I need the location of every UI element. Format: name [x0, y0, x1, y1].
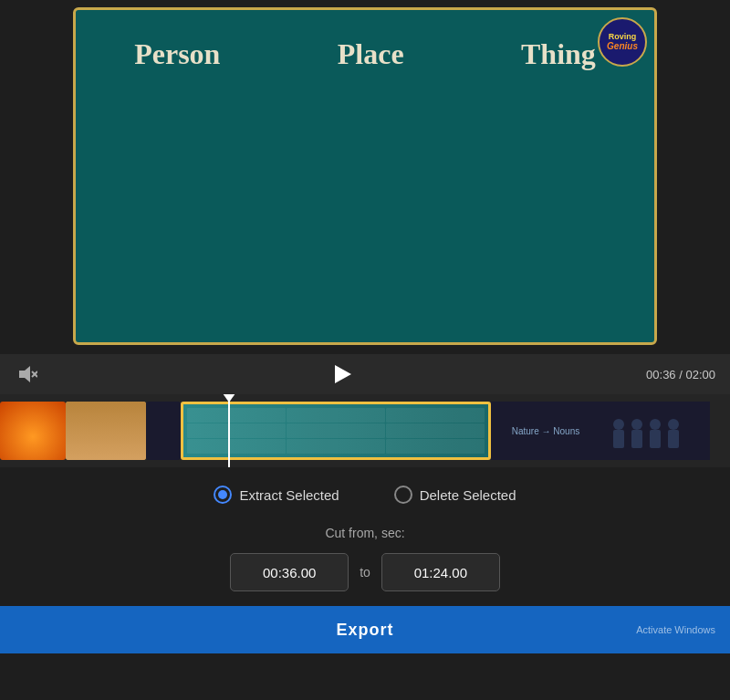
- word-place: Place: [338, 37, 404, 71]
- mini-cell-4: [187, 423, 286, 438]
- playhead: [228, 394, 230, 467]
- options-row: Extract Selected Delete Selected: [0, 467, 730, 518]
- thumb-silhouettes: [600, 402, 692, 460]
- mini-cell-5: [287, 423, 385, 438]
- from-time-input[interactable]: [230, 553, 349, 591]
- controls-bar: 00:36 / 02:00: [0, 354, 730, 394]
- svg-point-5: [631, 419, 642, 430]
- mute-button[interactable]: [15, 361, 40, 387]
- playhead-triangle: [223, 394, 235, 402]
- svg-rect-10: [668, 430, 679, 448]
- extract-radio-circle[interactable]: [214, 486, 232, 504]
- svg-rect-4: [613, 430, 624, 448]
- thumb-end: [692, 402, 710, 460]
- thumb-2-inner: [66, 402, 146, 460]
- time-sep: /: [676, 368, 686, 381]
- delete-radio-circle[interactable]: [394, 486, 412, 504]
- delete-option[interactable]: Delete Selected: [394, 486, 516, 504]
- activate-windows-text: Activate Windows: [636, 624, 715, 635]
- thumb-gap: [146, 402, 181, 460]
- svg-point-9: [668, 419, 679, 430]
- video-frame: Person Place Thing Roving Genius: [73, 7, 657, 345]
- mini-cell-3: [386, 408, 485, 423]
- total-time: 02:00: [685, 368, 715, 381]
- thumb-1: [0, 402, 66, 460]
- word-thing: Thing: [521, 37, 596, 71]
- logo-line2: Genius: [607, 41, 638, 51]
- cut-section: Cut from, sec: to: [0, 518, 730, 606]
- time-display: 00:36 / 02:00: [646, 368, 715, 381]
- svg-rect-8: [650, 430, 661, 448]
- mini-cell-6: [386, 423, 485, 438]
- time-inputs: to: [230, 553, 500, 591]
- thumb-arrows: Nature → Nouns: [491, 402, 600, 460]
- export-bar[interactable]: Export Activate Windows: [0, 606, 730, 653]
- timeline-track: Nature → Nouns: [0, 394, 730, 467]
- svg-rect-6: [631, 430, 642, 448]
- video-container: Person Place Thing Roving Genius: [0, 0, 730, 354]
- to-separator: to: [360, 565, 370, 580]
- mini-cell-2: [287, 408, 385, 423]
- arrows-text: Nature → Nouns: [512, 426, 579, 436]
- thumb-2: [66, 402, 146, 460]
- extract-option[interactable]: Extract Selected: [214, 486, 339, 504]
- play-button[interactable]: [51, 358, 635, 391]
- mini-cell-7: [187, 439, 286, 454]
- mini-cell-8: [287, 439, 385, 454]
- play-icon: [335, 365, 351, 383]
- logo-line1: Roving: [609, 33, 637, 42]
- to-time-input[interactable]: [381, 553, 500, 591]
- extract-label: Extract Selected: [239, 487, 339, 503]
- mini-cell-1: [187, 408, 286, 423]
- logo-badge: Roving Genius: [598, 17, 647, 67]
- export-label: Export: [336, 621, 393, 640]
- clip-grid: [187, 408, 485, 454]
- cut-label: Cut from, sec:: [325, 526, 404, 540]
- extract-radio-dot: [218, 490, 227, 499]
- timeline-area[interactable]: Nature → Nouns: [0, 394, 730, 467]
- delete-label: Delete Selected: [420, 487, 516, 503]
- mini-cell-9: [386, 439, 485, 454]
- word-person: Person: [134, 37, 220, 71]
- current-time: 00:36: [646, 368, 676, 381]
- svg-point-7: [650, 419, 661, 430]
- selected-clip[interactable]: [181, 402, 491, 460]
- svg-marker-0: [19, 366, 30, 382]
- svg-point-3: [613, 419, 624, 430]
